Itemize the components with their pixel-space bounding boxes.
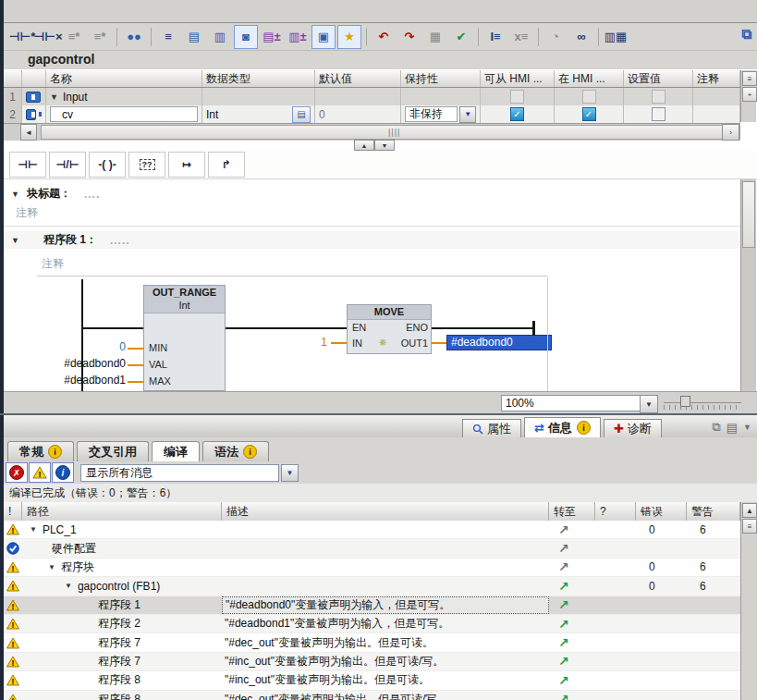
open-all-networks-icon[interactable]: ▤: [182, 25, 206, 49]
goto-arrow-icon[interactable]: ↗: [549, 617, 569, 632]
goto-previous-error-icon[interactable]: ↶: [372, 25, 396, 49]
col-path[interactable]: 路径: [22, 502, 222, 521]
datatype-value[interactable]: Int: [206, 108, 218, 121]
insert-network-icon[interactable]: ⊣⊢*: [10, 25, 34, 49]
msg-menu-button[interactable]: ≡: [742, 519, 757, 534]
col-default[interactable]: 默认值: [315, 70, 401, 87]
update-block-calls-icon[interactable]: ▦: [423, 25, 447, 49]
monitor-value-icon[interactable]: ◔: [543, 25, 568, 49]
collapse-icon[interactable]: ▼: [11, 236, 19, 245]
tab-diagnostics[interactable]: ✚ 诊断: [604, 419, 662, 437]
goto-arrow-icon[interactable]: ↗: [549, 692, 569, 700]
filter-dropdown-button[interactable]: ▼: [281, 464, 299, 482]
goto-arrow-icon[interactable]: ↗: [549, 579, 569, 594]
edit-favorites-icon[interactable]: ★: [337, 25, 361, 49]
tab-syntax[interactable]: 语法i: [202, 441, 269, 461]
close-branch-icon[interactable]: ↱: [208, 152, 245, 178]
message-row-program-blocks[interactable]: ! ▼程序块 ↗ 0 6: [4, 559, 740, 577]
message-row-network8b[interactable]: ! 程序段 8 "#dec_out"变量被声明为输出。但是可读/写。 ↗: [4, 691, 740, 700]
show-warnings-button[interactable]: !: [29, 462, 51, 483]
block-title-band[interactable]: ▼ 块标题： ....: [4, 185, 740, 203]
message-row-hardware[interactable]: 硬件配置 ↗: [4, 539, 740, 558]
in-operand[interactable]: 1: [309, 336, 327, 349]
tab-info[interactable]: ⇄ 信息 i: [524, 417, 601, 437]
val-operand[interactable]: #deadbond0: [31, 357, 126, 370]
window-split-icon[interactable]: ⧉: [741, 26, 751, 43]
block-title-placeholder[interactable]: ....: [84, 188, 100, 201]
goto-arrow-icon[interactable]: ↗: [549, 654, 569, 669]
show-errors-button[interactable]: ✗: [6, 462, 28, 483]
col-hmi-visible[interactable]: 在 HMI ...: [555, 70, 624, 87]
collapse-icon[interactable]: ▼: [11, 190, 19, 199]
pane-menu-icon[interactable]: ▤: [726, 421, 738, 435]
retain-dropdown-button[interactable]: ▼: [459, 106, 476, 123]
message-row-gapcontrol[interactable]: ! ▼gapcontrol (FB1) ↗ 0 6: [4, 577, 740, 596]
out-range-type[interactable]: Int: [144, 299, 225, 312]
vscroll-thumb[interactable]: [742, 181, 755, 248]
expand-arrow[interactable]: ▼: [48, 563, 55, 571]
zoom-dropdown-button[interactable]: ▼: [640, 395, 658, 413]
goto-arrow-icon[interactable]: ↗: [549, 559, 569, 574]
scroll-right-button[interactable]: ›: [722, 124, 739, 141]
message-row-network2[interactable]: ! 程序段 2 "#deadbond1"变量被声明为输入，但是可写。 ↗: [4, 615, 740, 633]
goto-next-error-icon[interactable]: ↷: [397, 25, 421, 49]
monitoring-on-off-icon[interactable]: ∞: [569, 25, 593, 49]
col-errors[interactable]: 错误: [636, 502, 687, 521]
lad-editor-canvas[interactable]: ▼ 块标题： .... 注释 ▼ 程序段 1： ..... 注释 OUT_RAN…: [4, 179, 740, 391]
goto-arrow-icon[interactable]: ↗: [549, 541, 569, 556]
table-horizontal-scrollbar[interactable]: ◄ ||||: [4, 123, 740, 141]
max-operand[interactable]: #deadbond1: [31, 374, 126, 387]
hide-box-parameters-icon[interactable]: ▥±: [286, 25, 310, 49]
message-filter-dropdown[interactable]: 显示所有消息: [80, 464, 279, 482]
table-insert-button[interactable]: +: [742, 87, 757, 102]
col-description[interactable]: 描述: [222, 502, 549, 521]
expand-arrow[interactable]: ▼: [65, 582, 72, 590]
empty-box-icon[interactable]: ??: [128, 152, 165, 178]
editor-vertical-scrollbar[interactable]: [740, 179, 756, 391]
message-row-plc1[interactable]: ! ▼PLC_1 ↗ 0 6: [4, 521, 740, 539]
nc-contact-icon[interactable]: ⊣/⊢: [49, 152, 86, 178]
datatype-picker-button[interactable]: ▤: [292, 106, 311, 123]
float-pane-icon[interactable]: ⧉: [712, 420, 720, 435]
scroll-left-button[interactable]: ◄: [20, 124, 37, 141]
col-question[interactable]: ?: [595, 502, 636, 521]
var-row-input[interactable]: 1 ▼Input: [4, 88, 740, 105]
zoom-slider[interactable]: [664, 396, 741, 411]
consistency-check-icon[interactable]: ✔: [449, 25, 473, 49]
col-retain[interactable]: 保持性: [401, 70, 481, 87]
message-row-network7a[interactable]: ! 程序段 7 "#dec_out"变量被声明为输出。但是可读。 ↗: [4, 633, 740, 652]
collapse-pane-icon[interactable]: ▼: [743, 423, 751, 432]
show-box-parameters-icon[interactable]: ▤±: [260, 25, 284, 49]
add-output-star-icon[interactable]: ✳: [379, 338, 386, 348]
zoom-level-input[interactable]: 100%: [501, 395, 643, 411]
msg-scroll-up-button[interactable]: ▲: [742, 503, 757, 518]
close-all-networks-icon[interactable]: ▥: [208, 25, 232, 49]
table-menu-button[interactable]: ≡: [742, 71, 757, 86]
retain-value[interactable]: 非保持: [405, 106, 458, 122]
hmi-visible-checkbox[interactable]: ✓: [582, 107, 596, 121]
goto-arrow-icon[interactable]: ↗: [549, 635, 569, 650]
message-row-network1[interactable]: ! 程序段 1 "#deadbond0"变量被声明为输入，但是可写。 ↗: [4, 596, 740, 615]
col-name[interactable]: 名称: [46, 70, 202, 87]
tab-crossref[interactable]: 交叉引用: [77, 441, 149, 461]
show-info-button[interactable]: i: [52, 462, 74, 483]
symbol-information-icon[interactable]: x≡: [509, 25, 533, 49]
message-row-network8a[interactable]: ! 程序段 8 "#inc_out"变量被声明为输出。但是可读。 ↗: [4, 671, 740, 690]
col-warnings[interactable]: 警告: [687, 502, 740, 521]
favorites-view-toggle-icon[interactable]: ▣: [311, 25, 336, 49]
renumber-all-icon[interactable]: ≡*: [88, 25, 112, 49]
zoom-slider-thumb[interactable]: [680, 396, 690, 407]
network-comment-placeholder[interactable]: 注释: [42, 256, 64, 272]
hscroll-thumb[interactable]: ||||: [41, 125, 740, 140]
col-bang[interactable]: !: [4, 502, 22, 521]
expand-arrow-icon[interactable]: ▼: [50, 92, 58, 102]
message-table-scrollbar[interactable]: ▲ ≡: [740, 502, 757, 700]
instance-db-icon[interactable]: ●●: [122, 25, 146, 49]
no-contact-icon[interactable]: ⊣⊢: [9, 152, 46, 178]
goto-arrow-icon[interactable]: ↗: [549, 597, 569, 612]
hmi-accessible-checkbox[interactable]: ✓: [510, 107, 524, 121]
open-branch-icon[interactable]: ↦: [168, 152, 205, 178]
out1-operand-selected[interactable]: #deadbond0: [446, 335, 552, 350]
goto-arrow-icon[interactable]: ↗: [549, 522, 569, 537]
coil-icon[interactable]: -( )-: [89, 152, 126, 178]
